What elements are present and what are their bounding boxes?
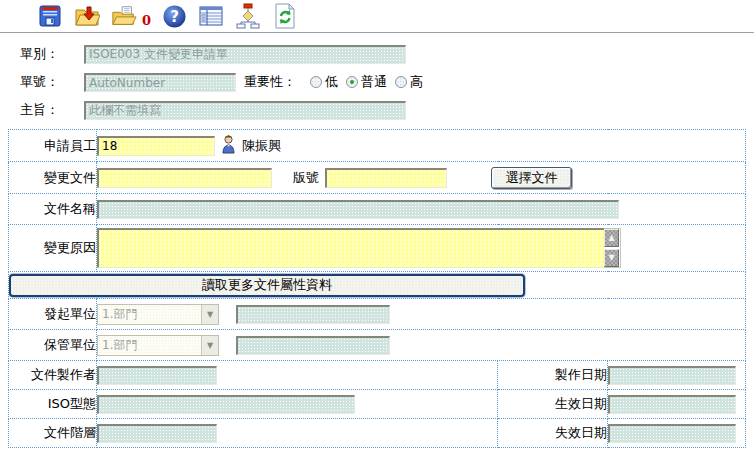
- create-date-label: 製作日期: [498, 361, 608, 390]
- doc-type-label: 單別：: [20, 45, 84, 63]
- doc-type-row: 單別：: [20, 44, 754, 64]
- effective-date-label: 生效日期: [498, 390, 608, 419]
- importance-radio-high: [395, 76, 407, 88]
- change-reason-scrollbar[interactable]: ▲ ▼: [604, 228, 621, 268]
- doc-level-row: 文件階層 失效日期: [9, 419, 746, 448]
- load-more-attributes-button[interactable]: 讀取更多文件屬性資料: [9, 274, 525, 297]
- subject-label: 主旨：: [20, 101, 84, 119]
- custody-unit-select: 1.部門 ▼: [97, 335, 219, 356]
- applicant-row: 申請員工 陳振興: [9, 130, 746, 162]
- origin-unit-label: 發起單位: [9, 299, 97, 330]
- scroll-up-icon[interactable]: ▲: [604, 229, 619, 247]
- chevron-down-icon: ▼: [201, 305, 218, 324]
- change-reason-field-wrap: ▲ ▼: [97, 228, 621, 268]
- subject-row: 主旨：: [20, 100, 754, 120]
- doc-no-label: 單號：: [20, 73, 84, 91]
- importance-radio-low: [310, 76, 322, 88]
- expire-date-label: 失效日期: [498, 419, 608, 448]
- iso-type-field: [97, 395, 355, 414]
- iso-type-row: ISO型態 生效日期: [9, 390, 746, 419]
- choose-document-button[interactable]: 選擇文件: [491, 167, 572, 189]
- refresh-doc-icon[interactable]: [272, 3, 298, 29]
- change-reason-row: 變更原因 ▲ ▼: [9, 225, 746, 272]
- doc-level-field: [97, 424, 217, 443]
- doc-name-field: [97, 200, 619, 219]
- change-doc-label: 變更文件: [9, 162, 97, 194]
- doc-name-label: 文件名稱: [9, 194, 97, 225]
- main-form-table: 申請員工 陳振興 變更文件: [8, 129, 746, 448]
- importance-option-normal-label: 普通: [361, 73, 387, 91]
- iso-type-label: ISO型態: [9, 390, 97, 419]
- change-doc-row: 變更文件 版號 選擇文件: [9, 162, 746, 194]
- doc-type-field: [84, 45, 406, 64]
- doc-creator-field: [97, 366, 217, 385]
- origin-unit-select-value: 1.部門: [98, 306, 201, 323]
- effective-date-field: [608, 395, 736, 414]
- folder-import-icon[interactable]: [74, 3, 100, 29]
- toolbar: 0 ?: [0, 0, 754, 33]
- importance-option-low-label: 低: [325, 73, 338, 91]
- origin-unit-field: [236, 305, 390, 324]
- change-reason-textarea[interactable]: [97, 228, 604, 268]
- importance-radio-normal: [346, 76, 358, 88]
- applicant-name: 陳振興: [242, 137, 281, 155]
- importance-label: 重要性：: [244, 73, 296, 91]
- importance-group: 重要性： 低 普通 高: [244, 73, 423, 91]
- svg-text:?: ?: [170, 8, 179, 26]
- attachment-count-badge: 0: [142, 13, 151, 28]
- doc-creator-row: 文件製作者 製作日期: [9, 361, 746, 390]
- doc-no-row: 單號： 重要性： 低 普通 高: [20, 72, 754, 92]
- change-reason-label: 變更原因: [9, 225, 97, 272]
- chevron-down-icon: ▼: [201, 336, 218, 355]
- custody-unit-row: 保管單位 1.部門 ▼: [9, 330, 746, 361]
- subject-field: [84, 101, 406, 120]
- origin-unit-select: 1.部門 ▼: [97, 304, 219, 325]
- doc-level-label: 文件階層: [9, 419, 97, 448]
- origin-unit-row: 發起單位 1.部門 ▼: [9, 299, 746, 330]
- flowchart-icon[interactable]: [235, 3, 261, 29]
- applicant-id-input[interactable]: [97, 136, 215, 156]
- doc-no-field: [84, 73, 236, 92]
- doc-name-row: 文件名稱: [9, 194, 746, 225]
- importance-option-high-label: 高: [410, 73, 423, 91]
- grid-list-icon[interactable]: [198, 3, 224, 29]
- custody-unit-field: [236, 336, 390, 355]
- custody-unit-label: 保管單位: [9, 330, 97, 361]
- save-icon[interactable]: [37, 3, 63, 29]
- doc-creator-label: 文件製作者: [9, 361, 97, 390]
- custody-unit-select-value: 1.部門: [98, 337, 201, 354]
- change-doc-input[interactable]: [97, 168, 272, 188]
- document-change-request-screen: 0 ?: [0, 0, 754, 448]
- folder-open-icon[interactable]: [111, 3, 137, 29]
- version-input[interactable]: [325, 168, 447, 188]
- person-icon: [221, 135, 236, 157]
- expire-date-field: [608, 424, 736, 443]
- help-icon[interactable]: ?: [161, 3, 187, 29]
- applicant-label: 申請員工: [9, 130, 97, 162]
- header-form: 單別： 單號： 重要性： 低 普通 高 主旨：: [0, 33, 754, 120]
- create-date-field: [608, 366, 736, 385]
- version-label: 版號: [293, 169, 319, 187]
- load-more-row: 讀取更多文件屬性資料: [9, 272, 746, 299]
- scroll-down-icon[interactable]: ▼: [604, 249, 619, 267]
